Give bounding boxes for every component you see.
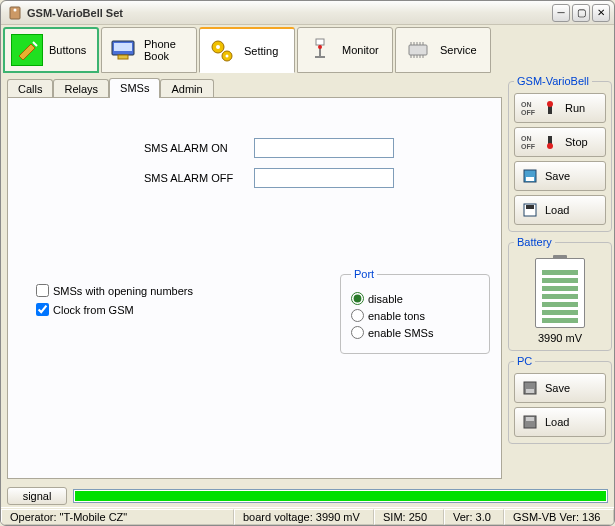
status-sim: SIM: 250	[374, 509, 444, 525]
signal-bar	[73, 489, 608, 503]
gsm-load-button[interactable]: Load	[514, 195, 606, 225]
toolbar-buttons-label: Buttons	[49, 44, 86, 56]
alarm-on-input[interactable]	[254, 138, 394, 158]
port-disable-radio[interactable]	[351, 292, 364, 305]
toolbar-setting[interactable]: Setting	[199, 27, 295, 73]
svg-point-12	[318, 45, 322, 49]
pc-group: PC Save Load	[508, 355, 612, 444]
svg-point-7	[216, 45, 220, 49]
battery-legend: Battery	[514, 236, 555, 248]
gsm-save-button[interactable]: Save	[514, 161, 606, 191]
svg-point-1	[14, 8, 17, 11]
window-title: GSM-VarioBell Set	[27, 7, 123, 19]
pc-save-button[interactable]: Save	[514, 373, 606, 403]
toolbar-monitor[interactable]: Monitor	[297, 27, 393, 73]
svg-point-15	[547, 101, 553, 107]
switch-stop-icon	[541, 133, 559, 151]
svg-rect-4	[114, 43, 132, 51]
maximize-button[interactable]: ▢	[572, 4, 590, 22]
svg-rect-21	[526, 205, 534, 209]
port-smss-radio[interactable]	[351, 326, 364, 339]
close-button[interactable]: ✕	[592, 4, 610, 22]
minimize-button[interactable]: ─	[552, 4, 570, 22]
service-icon	[402, 34, 434, 66]
onoff-icon: ONOFF	[521, 135, 535, 150]
status-operator: Operator: "T-Mobile CZ"	[1, 509, 234, 525]
port-tons-label: enable tons	[368, 310, 425, 322]
gsm-save-label: Save	[545, 170, 570, 182]
toolbar-phonebook[interactable]: Phone Book	[101, 27, 197, 73]
alarm-off-label: SMS ALARM OFF	[144, 172, 254, 184]
toolbar-service-label: Service	[440, 44, 477, 56]
toolbar-buttons[interactable]: Buttons	[3, 27, 99, 73]
alarm-on-label: SMS ALARM ON	[144, 142, 254, 154]
sms-panel: SMS ALARM ON SMS ALARM OFF SMSs with ope…	[7, 97, 502, 479]
port-tons-radio[interactable]	[351, 309, 364, 322]
onoff-icon: ONOFF	[521, 101, 535, 116]
app-icon	[7, 5, 23, 21]
battery-value: 3990 mV	[514, 332, 606, 344]
phonebook-icon	[108, 34, 138, 66]
toolbar-service[interactable]: Service	[395, 27, 491, 73]
battery-group: Battery 3990 mV	[508, 236, 612, 351]
gsm-variobell-group: GSM-VarioBell ONOFF Run ONOFF Stop Save …	[508, 75, 612, 232]
pc-legend: PC	[514, 355, 535, 367]
monitor-icon	[304, 34, 336, 66]
tab-relays[interactable]: Relays	[53, 79, 109, 98]
status-board: board voltage: 3990 mV	[234, 509, 374, 525]
status-bar: Operator: "T-Mobile CZ" board voltage: 3…	[1, 507, 614, 525]
toolbar-setting-label: Setting	[244, 45, 278, 57]
svg-rect-19	[526, 177, 534, 181]
svg-point-17	[547, 143, 553, 149]
tab-smss[interactable]: SMSs	[109, 78, 160, 98]
port-disable-label: disable	[368, 293, 403, 305]
svg-rect-23	[526, 389, 534, 393]
svg-rect-25	[526, 417, 534, 421]
save-icon	[521, 167, 539, 185]
port-group: Port disable enable tons enable SMSs	[340, 268, 490, 354]
run-button[interactable]: ONOFF Run	[514, 93, 606, 123]
gsm-variobell-legend: GSM-VarioBell	[514, 75, 592, 87]
disk-save-icon	[521, 379, 539, 397]
switch-run-icon	[541, 99, 559, 117]
svg-point-9	[226, 54, 229, 57]
alarm-off-input[interactable]	[254, 168, 394, 188]
buttons-icon	[11, 34, 43, 66]
run-label: Run	[565, 102, 585, 114]
pc-save-label: Save	[545, 382, 570, 394]
toolbar-phonebook-label: Phone Book	[144, 38, 190, 62]
pc-load-label: Load	[545, 416, 569, 428]
port-smss-label: enable SMSs	[368, 327, 433, 339]
clock-gsm-label: Clock from GSM	[53, 304, 134, 316]
load-icon	[521, 201, 539, 219]
sms-opening-checkbox[interactable]	[36, 284, 49, 297]
stop-button[interactable]: ONOFF Stop	[514, 127, 606, 157]
port-legend: Port	[351, 268, 377, 280]
status-ver: Ver: 3.0	[444, 509, 504, 525]
tab-calls[interactable]: Calls	[7, 79, 53, 98]
toolbar-monitor-label: Monitor	[342, 44, 379, 56]
pc-load-button[interactable]: Load	[514, 407, 606, 437]
svg-rect-10	[316, 39, 324, 45]
gsm-load-label: Load	[545, 204, 569, 216]
disk-load-icon	[521, 413, 539, 431]
signal-button[interactable]: signal	[7, 487, 67, 505]
svg-rect-5	[118, 55, 128, 59]
battery-icon	[535, 258, 585, 328]
tab-admin[interactable]: Admin	[160, 79, 213, 98]
sms-opening-label: SMSs with opening numbers	[53, 285, 193, 297]
svg-rect-13	[409, 45, 427, 55]
clock-gsm-checkbox[interactable]	[36, 303, 49, 316]
status-fw: GSM-VB Ver: 136	[504, 509, 614, 525]
setting-icon	[206, 35, 238, 67]
stop-label: Stop	[565, 136, 588, 148]
